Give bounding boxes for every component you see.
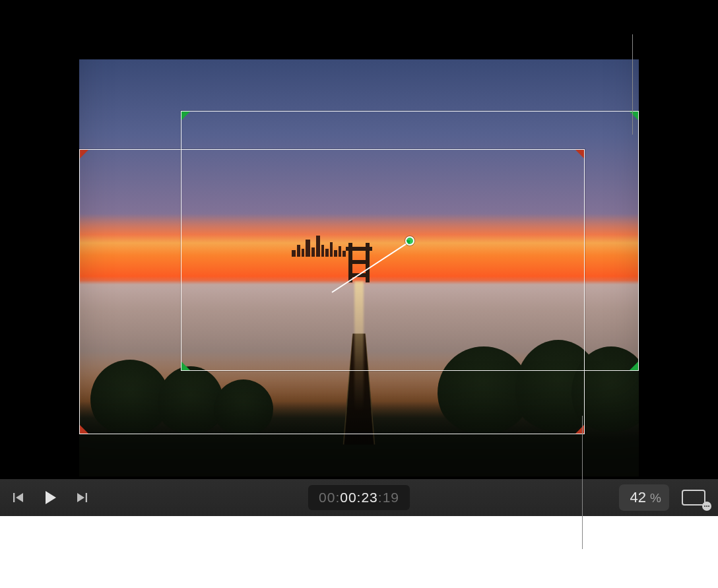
end-resize-handle-bl[interactable] [179, 361, 191, 373]
canvas: 00:00:23:19 42 % [0, 0, 718, 588]
zoom-unit: % [650, 491, 661, 506]
display-icon [682, 490, 705, 506]
next-edit-button[interactable] [73, 488, 91, 507]
play-button[interactable] [41, 488, 59, 507]
viewer-stage: 00:00:23:19 42 % [0, 0, 718, 516]
timecode-ss: 23 [361, 490, 377, 505]
timecode-display: 00:00:23:19 [308, 485, 410, 510]
skip-forward-icon [75, 491, 88, 504]
zoom-level-control[interactable]: 42 % [619, 484, 669, 511]
skip-back-icon [12, 491, 25, 504]
callout-guide-line [582, 416, 583, 549]
previous-edit-button[interactable] [9, 488, 28, 507]
start-resize-handle-br[interactable] [575, 424, 587, 436]
ellipsis-badge-icon [702, 502, 711, 511]
kenburns-motion-arrow-head[interactable] [405, 236, 414, 245]
play-icon [42, 489, 59, 506]
svg-marker-3 [77, 493, 84, 502]
timecode-mm: 00 [340, 490, 356, 505]
svg-marker-2 [46, 491, 56, 504]
timecode-ff: 19 [383, 490, 399, 505]
zoom-value: 42 [630, 489, 646, 506]
svg-marker-1 [16, 493, 23, 502]
start-resize-handle-tl[interactable] [77, 147, 89, 159]
svg-rect-4 [86, 493, 87, 502]
view-options-button[interactable] [678, 487, 709, 508]
viewer-toolbar: 00:00:23:19 42 % [0, 479, 718, 516]
end-resize-handle-tr[interactable] [629, 109, 641, 121]
start-resize-handle-bl[interactable] [77, 424, 89, 436]
callout-guide-line [632, 34, 633, 135]
end-resize-handle-br[interactable] [629, 361, 641, 373]
timecode-hh: 00 [319, 490, 335, 505]
end-resize-handle-tl[interactable] [179, 109, 191, 121]
svg-rect-0 [13, 493, 15, 502]
transport-controls [9, 488, 91, 507]
